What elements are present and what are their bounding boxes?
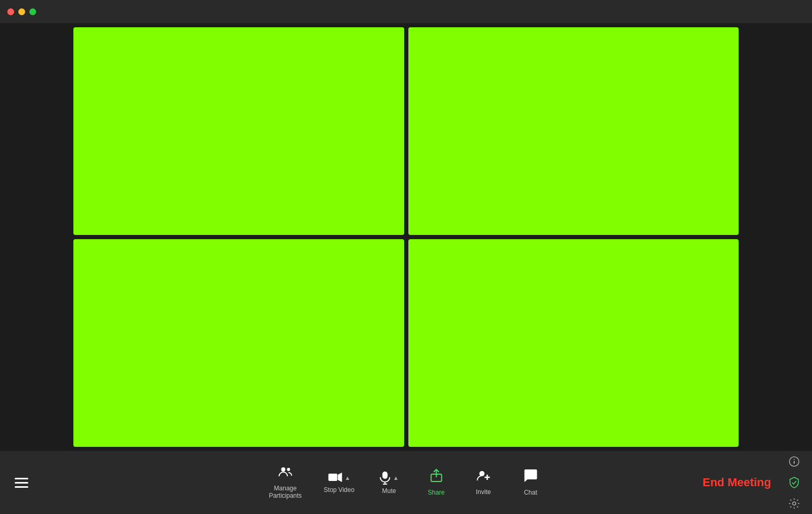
toolbar: ManageParticipants ▲ Stop Video [0, 451, 812, 514]
share-icon [429, 469, 443, 486]
video-tile-2 [408, 27, 739, 235]
video-tile-4 [408, 239, 739, 447]
chat-button[interactable]: Chat [510, 465, 551, 500]
mute-icon: ▲ [380, 471, 399, 485]
svg-point-13 [794, 459, 795, 460]
hamburger-menu-button[interactable] [10, 474, 33, 492]
stop-video-chevron-icon: ▲ [344, 475, 350, 481]
svg-point-1 [287, 468, 290, 471]
toolbar-center: ManageParticipants ▲ Stop Video [261, 462, 551, 504]
close-button[interactable] [7, 8, 14, 15]
toolbar-right: End Meeting [694, 454, 802, 511]
end-meeting-button[interactable]: End Meeting [694, 472, 779, 494]
svg-point-14 [793, 502, 796, 505]
share-label: Share [428, 489, 445, 496]
stop-video-button[interactable]: ▲ Stop Video [316, 468, 363, 498]
minimize-button[interactable] [18, 8, 25, 15]
maximize-button[interactable] [29, 8, 36, 15]
manage-participants-icon [278, 466, 293, 482]
video-tile-1 [73, 27, 404, 235]
mute-button[interactable]: ▲ Mute [368, 467, 410, 499]
chat-label: Chat [524, 489, 537, 496]
chat-icon [523, 469, 538, 486]
manage-participants-label: ManageParticipants [269, 485, 302, 499]
side-icons [787, 454, 802, 511]
mute-label: Mute [382, 487, 396, 495]
svg-marker-3 [338, 473, 342, 482]
svg-rect-4 [383, 472, 388, 479]
stop-video-label: Stop Video [324, 486, 355, 494]
invite-button[interactable]: Invite [462, 465, 504, 500]
svg-point-0 [281, 467, 285, 472]
info-icon[interactable] [787, 454, 802, 469]
settings-icon[interactable] [787, 496, 802, 511]
stop-video-icon: ▲ [328, 472, 350, 484]
toolbar-left [10, 474, 33, 492]
shield-icon[interactable] [787, 475, 802, 490]
invite-icon [476, 469, 491, 486]
manage-participants-button[interactable]: ManageParticipants [261, 462, 310, 504]
share-button[interactable]: Share [415, 465, 457, 500]
video-grid [0, 23, 812, 451]
mute-chevron-icon: ▲ [393, 475, 399, 481]
video-tile-3 [73, 239, 404, 447]
svg-rect-2 [328, 474, 337, 481]
titlebar [0, 0, 812, 23]
invite-label: Invite [476, 488, 491, 496]
